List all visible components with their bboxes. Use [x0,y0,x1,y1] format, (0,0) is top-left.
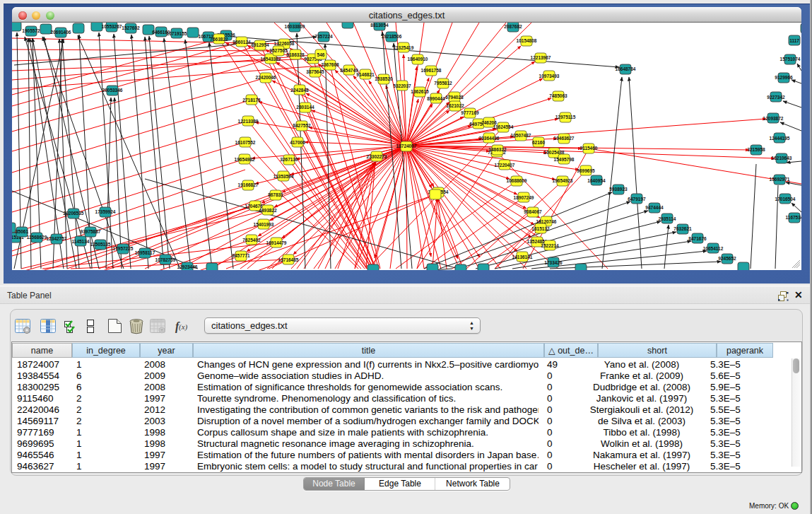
svg-text:9115460: 9115460 [580,146,598,151]
svg-text:20364436: 20364436 [479,136,500,141]
svg-text:5322037: 5322037 [393,83,411,88]
svg-text:16210643: 16210643 [772,156,792,160]
svg-text:20053346: 20053346 [102,88,123,93]
svg-text:1527602: 1527602 [122,25,140,30]
svg-text:10782759: 10782759 [155,257,176,262]
svg-text:18640910: 18640910 [408,57,428,62]
svg-text:10553267: 10553267 [102,24,122,29]
svg-text:13716485: 13716485 [278,257,299,262]
svg-text:6794028: 6794028 [445,95,464,100]
svg-text:4493822: 4493822 [259,208,277,213]
svg-text:417006: 417006 [290,140,305,145]
svg-text:10719155: 10719155 [167,31,187,36]
svg-text:8990444: 8990444 [427,96,445,101]
svg-text:16648784: 16648784 [616,66,636,71]
svg-text:8186328: 8186328 [286,52,305,57]
svg-text:16961758: 16961758 [421,68,442,73]
svg-text:9699695: 9699695 [577,168,595,173]
svg-text:7632621: 7632621 [673,226,692,231]
svg-text:2087682: 2087682 [504,24,522,29]
svg-text:14136141: 14136141 [512,255,533,259]
svg-text:9245652: 9245652 [718,256,736,261]
svg-text:19166827: 19166827 [238,182,259,187]
svg-text:15401993: 15401993 [254,222,274,227]
svg-text:12093872: 12093872 [763,116,784,121]
svg-text:19463627: 19463627 [554,136,575,141]
svg-text:16914479: 16914479 [266,240,287,245]
svg-text:12444195: 12444195 [770,136,790,141]
svg-text:17957225: 17957225 [113,246,134,251]
svg-text:(x): (x) [179,322,188,332]
svg-text:1117: 1117 [789,38,799,43]
svg-text:11624554: 11624554 [493,124,514,129]
svg-text:12213389: 12213389 [238,119,259,124]
svg-text:1538520: 1538520 [375,76,393,81]
svg-text:2367608: 2367608 [321,62,339,67]
svg-text:2718176: 2718176 [242,98,261,103]
svg-text:2935114: 2935114 [659,216,676,221]
svg-text:8912954: 8912954 [251,42,269,47]
svg-text:13226058: 13226058 [274,41,295,46]
svg-text:10507487: 10507487 [511,133,531,138]
svg-text:9777169: 9777169 [461,110,479,115]
svg-text:8813054: 8813054 [370,23,389,28]
svg-text:1362615: 1362615 [411,89,429,94]
svg-text:9227342: 9227342 [767,95,785,100]
svg-text:12975115: 12975115 [555,115,576,119]
svg-text:15495798: 15495798 [554,157,575,162]
svg-text:3875645: 3875645 [306,69,324,74]
svg-text:1486322: 1486322 [488,147,507,152]
svg-text:12213967: 12213967 [531,55,551,60]
svg-text:20691406: 20691406 [51,30,71,35]
svg-text:1615132: 1615132 [531,226,550,231]
svg-text:22420046: 22420046 [256,75,276,80]
svg-text:17016504: 17016504 [775,197,796,201]
svg-text:1522214: 1522214 [541,243,559,248]
svg-text:11325419: 11325419 [394,45,414,50]
svg-text:18724007: 18724007 [396,144,417,148]
svg-text:10958117: 10958117 [135,250,155,255]
svg-text:8454749: 8454749 [340,68,358,73]
svg-text:8471676: 8471676 [688,236,707,241]
svg-text:20206535: 20206535 [64,211,84,216]
svg-text:18907249: 18907249 [514,195,534,200]
svg-text:11568629: 11568629 [27,235,47,240]
svg-text:3267130: 3267130 [280,157,298,162]
svg-text:10654112: 10654112 [703,246,724,251]
svg-text:10154808: 10154808 [517,38,537,43]
svg-text:9129966: 9129966 [775,75,793,80]
svg-text:85061: 85061 [16,229,28,234]
svg-text:7663822: 7663822 [210,37,228,42]
svg-text:9527505: 9527505 [269,48,288,53]
svg-text:19654982: 19654982 [235,157,255,162]
svg-text:10688609: 10688609 [507,178,527,183]
svg-text:19654923: 19654923 [553,178,573,183]
svg-text:6479197: 6479197 [628,197,646,201]
svg-text:8427552: 8427552 [293,123,311,128]
svg-text:1167534: 1167534 [786,215,801,220]
svg-text:15692971: 15692971 [770,177,790,182]
svg-text:17220407: 17220407 [495,163,515,168]
svg-text:9457771: 9457771 [232,253,250,258]
svg-text:62160: 62160 [532,140,545,145]
svg-text:7955812: 7955812 [434,81,452,86]
svg-text:546: 546 [317,52,325,57]
svg-text:9084067: 9084067 [524,209,542,214]
svg-text:7357224: 7357224 [314,34,333,39]
svg-text:2803144: 2803144 [296,105,314,110]
svg-text:16107552: 16107552 [235,140,256,145]
svg-text:11353594: 11353594 [273,174,294,179]
svg-text:16543382: 16543382 [261,57,281,62]
svg-text:7485063: 7485063 [549,93,567,98]
svg-text:1145134: 1145134 [72,239,90,244]
svg-text:12505135: 12505135 [90,242,111,247]
svg-text:1905572: 1905572 [22,28,40,33]
svg-text:10973493: 10973493 [539,74,560,78]
svg-text:3215958: 3215958 [747,147,765,152]
svg-text:9660124: 9660124 [233,40,251,45]
svg-text:5938923: 5938923 [609,187,628,192]
svg-text:1733426: 1733426 [544,260,563,265]
svg-text:19218506: 19218506 [382,34,402,39]
svg-text:17359924: 17359924 [95,209,116,214]
svg-text:867831: 867831 [268,192,283,197]
